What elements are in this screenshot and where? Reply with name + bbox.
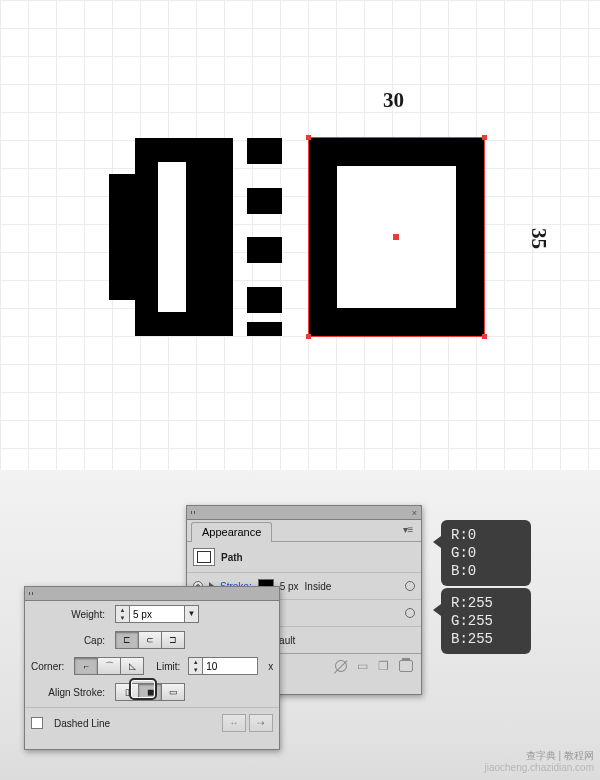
weight-stepper[interactable]: ▲▼ ▼ (115, 605, 199, 623)
shape-left-frame (158, 138, 210, 336)
duplicate-icon[interactable]: ❐ (378, 659, 389, 673)
shape-left-col1 (135, 138, 158, 336)
weight-input[interactable] (129, 605, 185, 623)
dashed-checkbox[interactable] (31, 717, 43, 729)
handle-br[interactable] (482, 334, 487, 339)
panels-area: × Appearance ▾≡ Path Stroke: 5 px Inside (0, 470, 600, 780)
corner-round[interactable]: ⌒ (97, 657, 121, 675)
cap-options[interactable]: ⊏ ⊂ ⊐ (115, 631, 185, 649)
object-thumb (193, 548, 215, 566)
canvas-grid: 30 35 (0, 0, 600, 470)
corner-label: Corner: (31, 661, 68, 672)
shape-left-bump (109, 174, 135, 300)
align-outside[interactable]: ▭ (161, 683, 185, 701)
object-type: Path (221, 552, 243, 563)
stroke-size: 5 px (280, 581, 299, 592)
rgb-callout-stroke: R:0 G:0 B:0 (441, 520, 531, 586)
dash-opt-a: ↔ (222, 714, 246, 732)
align-inside[interactable]: ◼ (138, 683, 162, 701)
center-anchor[interactable] (393, 234, 399, 240)
align-stroke-options[interactable]: ▯ ◼ ▭ (115, 683, 185, 701)
dash-3 (247, 237, 282, 263)
handle-tr[interactable] (482, 135, 487, 140)
no-style-icon[interactable] (333, 657, 350, 674)
panel-close-icon[interactable]: × (412, 508, 417, 518)
align-center[interactable]: ▯ (115, 683, 139, 701)
weight-label: Weight: (31, 609, 109, 620)
target-dot-fill[interactable] (405, 608, 415, 618)
handle-tl[interactable] (306, 135, 311, 140)
dash-2 (247, 188, 282, 214)
dash-opt-b: ⇢ (249, 714, 273, 732)
panel-grip[interactable] (25, 587, 279, 601)
weight-dropdown-icon[interactable]: ▼ (185, 605, 199, 623)
rgb-callout-fill: R:255 G:255 B:255 (441, 588, 531, 654)
dash-4 (247, 287, 282, 313)
dashed-label: Dashed Line (54, 718, 110, 729)
cap-projecting[interactable]: ⊐ (161, 631, 185, 649)
cap-butt[interactable]: ⊏ (115, 631, 139, 649)
corner-miter[interactable]: ⌐ (74, 657, 98, 675)
dimension-height: 35 (526, 228, 551, 249)
dash-1 (247, 138, 282, 164)
trash-icon[interactable] (399, 660, 413, 672)
limit-input[interactable] (202, 657, 258, 675)
corner-bevel[interactable]: ◺ (120, 657, 144, 675)
limit-unit: x (268, 661, 273, 672)
corner-options[interactable]: ⌐ ⌒ ◺ (74, 657, 144, 675)
cap-round[interactable]: ⊂ (138, 631, 162, 649)
panel-tab-bar: Appearance ▾≡ (187, 520, 421, 542)
tab-appearance[interactable]: Appearance (191, 522, 272, 542)
watermark: 查字典 | 教程网 jiaocheng.chazidian.com (484, 750, 594, 774)
shape-left-col2 (210, 138, 233, 336)
cap-label: Cap: (31, 635, 109, 646)
new-fill-icon[interactable]: ▭ (357, 659, 368, 673)
limit-label: Limit: (156, 661, 180, 672)
handle-bl[interactable] (306, 334, 311, 339)
limit-stepper[interactable]: ▲▼ (188, 657, 258, 675)
dash-5 (247, 322, 282, 336)
dimension-width: 30 (383, 88, 404, 113)
panel-menu-icon[interactable]: ▾≡ (401, 524, 415, 535)
panel-grip[interactable]: × (187, 506, 421, 520)
stroke-panel: Weight: ▲▼ ▼ Cap: ⊏ ⊂ ⊐ Corner: ⌐ ⌒ ◺ Li… (24, 586, 280, 750)
target-dot-stroke[interactable] (405, 581, 415, 591)
align-stroke-label: Align Stroke: (31, 687, 109, 698)
stroke-align: Inside (305, 581, 332, 592)
